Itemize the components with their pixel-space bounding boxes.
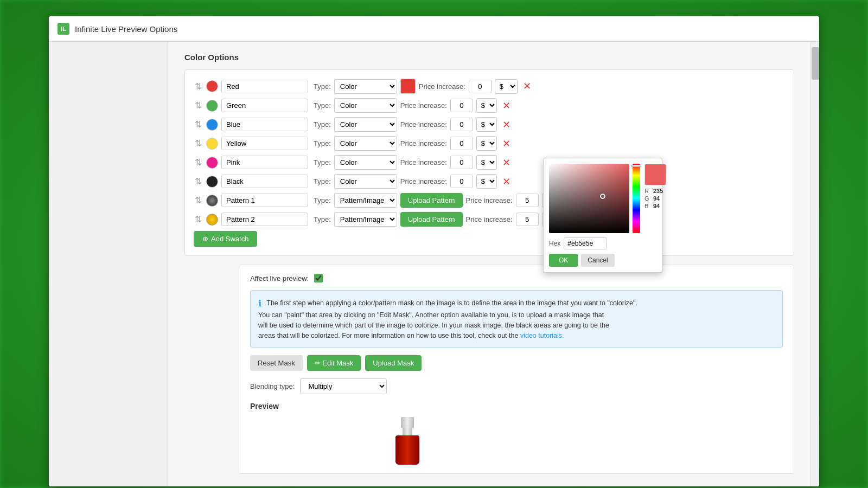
swatch-name-input-pattern2[interactable]	[221, 213, 308, 226]
color-picker-popup: R 235 G 94 B 94	[543, 158, 662, 273]
bottom-section: Affect live preview: ℹ The first step wh…	[239, 265, 794, 474]
type-label: Type:	[314, 120, 331, 129]
swatch-name-input-pattern1[interactable]	[221, 194, 308, 207]
color-options-card: ⇅ Type: Color Pattern/Image Price increa…	[184, 69, 794, 256]
picker-rgb-row: R 235 G 94 B 94	[644, 188, 666, 209]
info-link[interactable]: video tutorials.	[520, 332, 564, 339]
app-icon: IL	[58, 23, 69, 35]
picker-rgb-b: B 94	[644, 203, 666, 209]
info-text-1: The first step when applying a color/pat…	[266, 299, 605, 307]
type-select-red[interactable]: Color Pattern/Image	[334, 79, 397, 94]
bottle-cap	[401, 417, 414, 428]
price-label: Price increase:	[400, 101, 447, 110]
upload-mask-btn[interactable]: Upload Mask	[365, 355, 422, 371]
swatch-name-input-red[interactable]	[221, 80, 308, 93]
upload-pattern-btn-1[interactable]: Upload Pattern	[400, 193, 463, 208]
type-select-black[interactable]: ColorPattern/Image	[334, 174, 397, 189]
type-select-blue[interactable]: ColorPattern/Image	[334, 117, 397, 132]
right-scrollbar	[810, 42, 819, 486]
add-swatch-btn[interactable]: ⊕ Add Swatch	[194, 231, 257, 247]
type-select-green[interactable]: ColorPattern/Image	[334, 98, 397, 113]
picker-preview	[644, 164, 666, 185]
picker-b-value: 94	[653, 203, 660, 209]
picker-hue-cursor	[631, 165, 641, 167]
color-swatch-btn-red[interactable]	[400, 79, 416, 94]
type-label: Type:	[314, 101, 331, 110]
affect-row: Affect live preview:	[250, 274, 783, 282]
currency-select-black[interactable]: $	[476, 174, 497, 189]
blending-select[interactable]: Multiply Screen Overlay Normal	[300, 378, 387, 394]
swatch-row-red: ⇅ Type: Color Pattern/Image Price increa…	[194, 79, 785, 94]
picker-hue-bar[interactable]	[633, 164, 640, 233]
type-label: Type:	[314, 196, 331, 204]
currency-select-blue[interactable]: $	[476, 117, 497, 132]
price-label: Price increase:	[466, 215, 513, 223]
sort-handle[interactable]: ⇅	[194, 80, 203, 93]
sort-handle[interactable]: ⇅	[194, 118, 203, 131]
price-input-green[interactable]	[450, 99, 473, 112]
currency-select-red[interactable]: $€£%	[495, 79, 518, 94]
price-input-yellow[interactable]	[450, 137, 473, 150]
swatch-row-pattern2: ⇅ Type: ColorPattern/Image Upload Patter…	[194, 212, 785, 227]
swatch-name-input-pink[interactable]	[221, 156, 308, 169]
swatch-name-input-black[interactable]	[221, 175, 308, 188]
picker-hex-row: Hex	[549, 237, 656, 249]
affect-checkbox[interactable]	[314, 274, 323, 282]
delete-btn-black[interactable]: ✕	[500, 177, 513, 187]
type-label: Type:	[314, 139, 331, 147]
reset-mask-btn[interactable]: Reset Mask	[250, 355, 303, 371]
blending-label: Blending type:	[250, 382, 295, 390]
color-circle-pattern2	[206, 214, 218, 226]
scrollbar-thumb[interactable]	[812, 47, 819, 80]
sort-handle[interactable]: ⇅	[194, 156, 203, 169]
delete-btn-blue[interactable]: ✕	[500, 120, 513, 130]
sort-handle[interactable]: ⇅	[194, 194, 203, 207]
delete-btn-green[interactable]: ✕	[500, 101, 513, 111]
section-title: Color Options	[184, 53, 794, 62]
type-select-pattern2[interactable]: ColorPattern/Image	[334, 212, 397, 227]
add-icon: ⊕	[202, 235, 208, 243]
sort-handle[interactable]: ⇅	[194, 175, 203, 188]
type-select-pattern1[interactable]: ColorPattern/Image	[334, 193, 397, 208]
price-label: Price increase:	[400, 158, 447, 166]
type-label: Type:	[314, 82, 331, 91]
picker-rgb-r: R 235	[644, 188, 666, 194]
sort-handle[interactable]: ⇅	[194, 99, 203, 112]
picker-top-row: R 235 G 94 B 94	[549, 164, 656, 233]
delete-btn-yellow[interactable]: ✕	[500, 139, 513, 149]
currency-select-yellow[interactable]: $	[476, 136, 497, 151]
delete-btn-pink[interactable]: ✕	[500, 158, 513, 168]
currency-select-pink[interactable]: $	[476, 155, 497, 170]
picker-gradient[interactable]	[549, 164, 629, 233]
sort-handle[interactable]: ⇅	[194, 137, 203, 150]
picker-hex-label: Hex	[549, 240, 560, 247]
color-circle-green	[206, 100, 218, 112]
swatch-name-input-green[interactable]	[221, 99, 308, 112]
bottle-body	[395, 435, 419, 465]
upload-pattern-btn-2[interactable]: Upload Pattern	[400, 212, 463, 227]
delete-btn-red[interactable]: ✕	[521, 81, 533, 91]
picker-hex-input[interactable]	[564, 237, 607, 249]
sort-handle[interactable]: ⇅	[194, 213, 203, 226]
price-label: Price increase:	[419, 82, 465, 91]
type-select-yellow[interactable]: ColorPattern/Image	[334, 136, 397, 151]
color-circle-blue	[206, 119, 218, 131]
currency-select-green[interactable]: $	[476, 98, 497, 113]
info-text-3: You can "paint" that area by clicking on…	[258, 311, 604, 319]
price-input-black[interactable]	[450, 175, 473, 188]
picker-ok-btn[interactable]: OK	[549, 254, 578, 267]
type-select-pink[interactable]: ColorPattern/Image	[334, 155, 397, 170]
price-input-pink[interactable]	[450, 156, 473, 169]
preview-image-area	[359, 416, 456, 465]
price-input-blue[interactable]	[450, 118, 473, 131]
price-input-red[interactable]	[469, 80, 492, 93]
price-input-pattern2[interactable]	[516, 213, 539, 226]
picker-g-value: 94	[653, 195, 660, 202]
content-area: Color Options ⇅ Type: Color Pattern/Imag…	[49, 42, 819, 486]
picker-cancel-btn[interactable]: Cancel	[581, 254, 614, 267]
edit-mask-btn[interactable]: ✏ Edit Mask	[307, 355, 361, 371]
swatch-name-input-blue[interactable]	[221, 118, 308, 131]
price-input-pattern1[interactable]	[516, 194, 539, 207]
color-circle-black	[206, 176, 218, 188]
swatch-name-input-yellow[interactable]	[221, 137, 308, 150]
